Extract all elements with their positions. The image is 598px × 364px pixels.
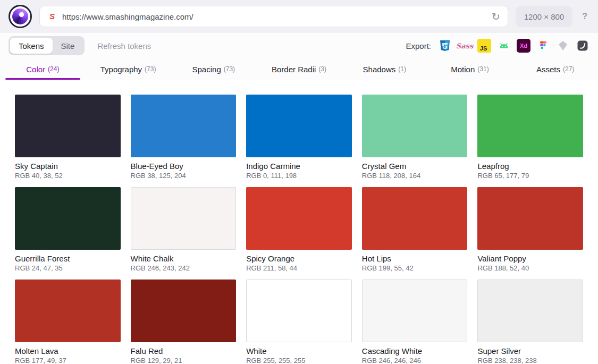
- site-segment-button[interactable]: Site: [53, 38, 83, 54]
- color-swatch: Crystal GemRGB 118, 208, 164: [362, 95, 468, 180]
- color-swatch-box[interactable]: [15, 95, 121, 157]
- export-icon-label: JS: [480, 45, 487, 52]
- color-swatch: Valiant PoppyRGB 188, 52, 40: [477, 187, 583, 272]
- tokens-segment-button[interactable]: Tokens: [10, 38, 53, 54]
- color-swatch-box[interactable]: [477, 280, 583, 342]
- css-export-icon[interactable]: [438, 39, 452, 53]
- refresh-tokens-link[interactable]: Refresh tokens: [97, 41, 151, 50]
- color-swatch-rgb: RGB 118, 208, 164: [362, 172, 468, 180]
- tab-bar: Color(24)Typography(73)Spacing(73)Border…: [0, 58, 598, 80]
- tab-label: Motion: [451, 65, 475, 74]
- tab-count: (3): [318, 65, 326, 73]
- tab-shadows[interactable]: Shadows(1): [342, 58, 427, 80]
- color-swatch-box[interactable]: [246, 187, 352, 250]
- color-swatch-box[interactable]: [246, 95, 352, 157]
- color-swatch-name: Spicy Orange: [246, 254, 352, 263]
- url-text[interactable]: https://www.smashingmagazine.com/: [62, 12, 486, 21]
- tab-label: Assets: [536, 65, 560, 74]
- color-swatch-rgb: RGB 65, 177, 79: [477, 172, 583, 180]
- sass-export-icon[interactable]: Sass: [458, 39, 471, 53]
- color-swatch-rgb: RGB 40, 38, 52: [15, 172, 121, 180]
- color-swatch: Cascading WhiteRGB 246, 246, 246: [362, 280, 468, 364]
- export-icon-label: Sass: [456, 42, 473, 50]
- export-area: Export: SassJSXd: [406, 39, 589, 53]
- color-swatch-name: Falu Red: [131, 346, 237, 355]
- tab-motion[interactable]: Motion(31): [427, 58, 513, 80]
- color-swatch-box[interactable]: [15, 187, 121, 250]
- color-swatch-rgb: RGB 38, 125, 204: [131, 172, 237, 180]
- color-swatch-name: Leapfrog: [477, 162, 583, 171]
- color-swatch-name: Super Silver: [477, 346, 583, 355]
- tab-typography[interactable]: Typography(73): [86, 58, 171, 80]
- tab-label: Typography: [100, 65, 142, 74]
- swatch-grid: Sky CaptainRGB 40, 38, 52Blue-Eyed BoyRG…: [15, 95, 583, 364]
- color-swatch-box[interactable]: [15, 280, 121, 342]
- color-swatch-box[interactable]: [246, 280, 352, 342]
- viewport-size[interactable]: 1200 × 800: [516, 6, 573, 27]
- adobe-xd-export-icon[interactable]: Xd: [517, 39, 530, 53]
- color-swatch-rgb: RGB 238, 238, 238: [477, 357, 583, 364]
- color-swatch-box[interactable]: [131, 280, 237, 342]
- export-icon-label: Xd: [520, 43, 527, 49]
- color-swatch-rgb: RGB 211, 58, 44: [246, 264, 352, 272]
- color-swatch-name: Hot Lips: [362, 254, 468, 263]
- color-swatch: Sky CaptainRGB 40, 38, 52: [15, 95, 121, 180]
- color-swatch-rgb: RGB 0, 111, 198: [246, 172, 352, 180]
- color-swatch: Spicy OrangeRGB 211, 58, 44: [246, 187, 352, 272]
- color-swatch-rgb: RGB 24, 47, 35: [15, 264, 121, 272]
- color-swatch: Falu RedRGB 129, 29, 21: [131, 280, 237, 364]
- view-segmented-control: Tokens Site: [9, 36, 85, 55]
- android-export-icon[interactable]: [497, 39, 511, 53]
- color-swatch-name: White Chalk: [131, 254, 237, 263]
- tab-spacing[interactable]: Spacing(73): [171, 58, 256, 80]
- tab-assets[interactable]: Assets(27): [512, 58, 598, 80]
- color-swatch-box[interactable]: [131, 95, 237, 157]
- color-swatch-box[interactable]: [477, 187, 583, 250]
- tab-count: (27): [563, 65, 574, 73]
- tab-label: Color: [26, 65, 45, 74]
- color-swatch: LeapfrogRGB 65, 177, 79: [477, 95, 583, 180]
- tab-count: (24): [48, 65, 59, 73]
- tab-border-radii[interactable]: Border Radii(3): [256, 58, 342, 80]
- tab-count: (1): [398, 65, 406, 73]
- tab-count: (73): [145, 65, 156, 73]
- color-swatch-name: Indigo Carmine: [246, 162, 352, 171]
- style-dictionary-export-icon[interactable]: [576, 39, 589, 53]
- color-swatch-rgb: RGB 129, 29, 21: [131, 357, 237, 364]
- tokens-toolbar: Tokens Site Refresh tokens Export: SassJ…: [0, 33, 598, 58]
- color-swatch-name: Valiant Poppy: [477, 254, 583, 263]
- color-swatch-name: Cascading White: [362, 346, 468, 355]
- color-swatch-rgb: RGB 199, 55, 42: [362, 264, 468, 272]
- color-swatch-rgb: RGB 246, 246, 246: [362, 357, 468, 364]
- color-swatch: Guerrilla ForestRGB 24, 47, 35: [15, 187, 121, 272]
- main-content: Sky CaptainRGB 40, 38, 52Blue-Eyed BoyRG…: [0, 80, 598, 364]
- color-swatch-rgb: RGB 177, 49, 37: [15, 357, 121, 364]
- color-swatch: White ChalkRGB 246, 243, 242: [131, 187, 237, 272]
- javascript-export-icon[interactable]: JS: [477, 39, 491, 53]
- color-swatch: Super SilverRGB 238, 238, 238: [477, 280, 583, 364]
- app-logo-icon[interactable]: [9, 5, 32, 28]
- tab-label: Shadows: [363, 65, 396, 74]
- color-swatch-name: Crystal Gem: [362, 162, 468, 171]
- tab-count: (73): [224, 65, 235, 73]
- color-swatch-box[interactable]: [477, 95, 583, 157]
- color-swatch-name: Molten Lava: [15, 346, 121, 355]
- sketch-export-icon[interactable]: [556, 39, 570, 53]
- color-swatch-box[interactable]: [131, 187, 237, 250]
- help-icon[interactable]: ?: [580, 12, 589, 21]
- tab-label: Spacing: [192, 65, 221, 74]
- color-swatch-box[interactable]: [362, 187, 468, 250]
- color-swatch-name: Sky Captain: [15, 162, 121, 171]
- figma-export-icon[interactable]: [536, 39, 550, 53]
- tab-label: Border Radii: [272, 65, 316, 74]
- refresh-page-icon[interactable]: ↻: [492, 12, 500, 22]
- color-swatch-box[interactable]: [362, 280, 468, 342]
- tab-color[interactable]: Color(24): [0, 58, 86, 80]
- color-swatch-name: Blue-Eyed Boy: [131, 162, 237, 171]
- export-label: Export:: [406, 41, 431, 50]
- color-swatch: WhiteRGB 255, 255, 255: [246, 280, 352, 364]
- url-bar[interactable]: S https://www.smashingmagazine.com/ ↻: [39, 6, 508, 27]
- color-swatch-name: Guerrilla Forest: [15, 254, 121, 263]
- tab-count: (31): [477, 65, 488, 73]
- color-swatch-box[interactable]: [362, 95, 468, 157]
